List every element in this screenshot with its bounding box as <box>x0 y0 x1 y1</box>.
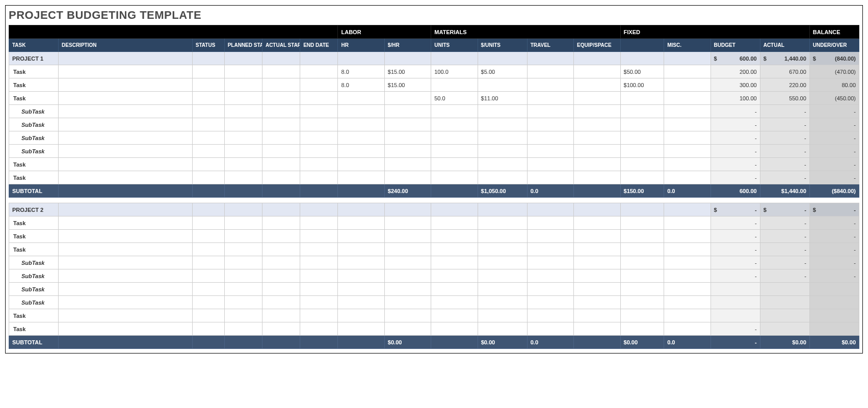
table-row[interactable]: Task - - - <box>9 243 859 256</box>
cell-uprice[interactable]: $11.00 <box>478 92 527 105</box>
table-row[interactable]: Task 8.0 $15.00 100.0 $5.00 $50.00 200.0… <box>9 65 859 78</box>
project-1-underover: $(840.00) <box>809 52 859 65</box>
project-2-actual: $- <box>760 203 809 216</box>
subtask-label: SubTask <box>9 283 59 296</box>
subtask-label: SubTask <box>9 256 59 269</box>
hdr-task: TASK <box>9 39 59 52</box>
subtask-label: SubTask <box>9 296 59 309</box>
table-row[interactable]: Task - - - <box>9 216 859 230</box>
table-row[interactable]: SubTask - - - <box>9 269 859 283</box>
subtask-label: SubTask <box>9 118 59 131</box>
cell-actual: 550.00 <box>760 92 809 105</box>
subtotal-underover: ($840.00) <box>809 184 859 198</box>
cell-underover: (450.00) <box>809 92 859 105</box>
subtask-label: SubTask <box>9 131 59 145</box>
task-label: Task <box>9 322 59 336</box>
table-row[interactable]: Task - - - <box>9 171 859 184</box>
table-row[interactable]: SubTask - - - <box>9 145 859 158</box>
subtotal-travel: 0.0 <box>527 336 573 349</box>
table-row[interactable]: SubTask - - - <box>9 105 859 118</box>
cell-actual: - <box>760 105 809 118</box>
subtotal-rate: $240.00 <box>384 184 431 198</box>
project-2-row: PROJECT 2 $- $- $- <box>9 203 859 216</box>
band-fixed: FIXED <box>620 25 809 39</box>
band-labor: LABOR <box>338 25 431 39</box>
table-row[interactable]: SubTask - - - <box>9 131 859 145</box>
subtotal-uprice: $1,050.00 <box>478 184 527 198</box>
cell-underover: - <box>809 105 859 118</box>
task-label: Task <box>9 171 59 184</box>
subtask-label: SubTask <box>9 145 59 158</box>
task-label: Task <box>9 92 59 105</box>
subtotal-uprice: $0.00 <box>478 336 527 349</box>
hdr-status: STATUS <box>192 39 224 52</box>
cell-uprice[interactable]: $5.00 <box>478 65 527 78</box>
subtotal-travel: 0.0 <box>527 184 573 198</box>
project-1-budget: $600.00 <box>711 52 760 65</box>
hdr-units: UNITS <box>431 39 478 52</box>
project-2-name: PROJECT 2 <box>9 203 59 216</box>
table-row[interactable]: Task <box>9 309 859 322</box>
task-label: Task <box>9 309 59 322</box>
cell-budget: 200.00 <box>711 65 760 78</box>
hdr-actual: ACTUAL <box>760 39 809 52</box>
budget-table: LABOR MATERIALS FIXED BALANCE TASK DESCR… <box>9 25 859 198</box>
cell-underover: 80.00 <box>809 78 859 92</box>
task-label: Task <box>9 78 59 92</box>
cell-hr[interactable]: 8.0 <box>338 78 384 92</box>
task-label: Task <box>9 158 59 171</box>
table-row[interactable]: SubTask - - - <box>9 256 859 269</box>
band-materials: MATERIALS <box>431 25 620 39</box>
table-row[interactable]: SubTask - - - <box>9 118 859 131</box>
hdr-description: DESCRIPTION <box>59 39 193 52</box>
task-label: Task <box>9 216 59 230</box>
cell-budget: - <box>711 105 760 118</box>
cell-budget: 100.00 <box>711 92 760 105</box>
subtotal-budget: - <box>711 336 760 349</box>
hdr-end-date: END DATE <box>300 39 338 52</box>
table-row[interactable]: Task - - - <box>9 230 859 243</box>
hdr-actual-start: ACTUAL START DATE <box>262 39 300 52</box>
hdr-misc: MISC. <box>664 39 711 52</box>
band-balance: BALANCE <box>809 25 859 39</box>
table-row[interactable]: Task - <box>9 322 859 336</box>
cell-hr[interactable]: 8.0 <box>338 65 384 78</box>
subtotal-label: SUBTOTAL <box>9 336 59 349</box>
cell-fixed[interactable]: $100.00 <box>620 78 664 92</box>
table-row[interactable]: Task 50.0 $11.00 100.00 550.00 (450.00) <box>9 92 859 105</box>
hdr-fixed-blank <box>620 39 664 52</box>
cell-underover: (470.00) <box>809 65 859 78</box>
cell-fixed[interactable]: $50.00 <box>620 65 664 78</box>
cell-units[interactable]: 50.0 <box>431 92 478 105</box>
hdr-planned-start: PLANNED START DATE <box>224 39 262 52</box>
cell-actual: 670.00 <box>760 65 809 78</box>
task-label: Task <box>9 65 59 78</box>
cell-rate[interactable]: $15.00 <box>384 78 431 92</box>
hdr-underover: UNDER/OVER <box>809 39 859 52</box>
cell-budget: 300.00 <box>711 78 760 92</box>
subtotal-actual: $0.00 <box>760 336 809 349</box>
column-headers: TASK DESCRIPTION STATUS PLANNED START DA… <box>9 39 859 52</box>
table-row[interactable]: Task - - - <box>9 158 859 171</box>
cell-units[interactable]: 100.0 <box>431 65 478 78</box>
task-label: Task <box>9 230 59 243</box>
cell-actual: 220.00 <box>760 78 809 92</box>
task-label: Task <box>9 243 59 256</box>
subtotal-actual: $1,440.00 <box>760 184 809 198</box>
table-row[interactable]: SubTask <box>9 296 859 309</box>
subtotal-label: SUBTOTAL <box>9 184 59 198</box>
project-2-underover: $- <box>809 203 859 216</box>
subtotal-rate: $0.00 <box>384 336 431 349</box>
subtotal-misc: 0.0 <box>664 184 711 198</box>
table-row[interactable]: SubTask <box>9 283 859 296</box>
subtask-label: SubTask <box>9 269 59 283</box>
hdr-equip: EQUIP/SPACE <box>574 39 620 52</box>
subtotal-underover: $0.00 <box>809 336 859 349</box>
project-1-actual: $1,440.00 <box>760 52 809 65</box>
subtask-label: SubTask <box>9 105 59 118</box>
table-row[interactable]: Task 8.0 $15.00 $100.00 300.00 220.00 80… <box>9 78 859 92</box>
hdr-unit-price: $/UNITS <box>478 39 527 52</box>
subtotal-budget: 600.00 <box>711 184 760 198</box>
cell-rate[interactable]: $15.00 <box>384 65 431 78</box>
hdr-budget: BUDGET <box>711 39 760 52</box>
